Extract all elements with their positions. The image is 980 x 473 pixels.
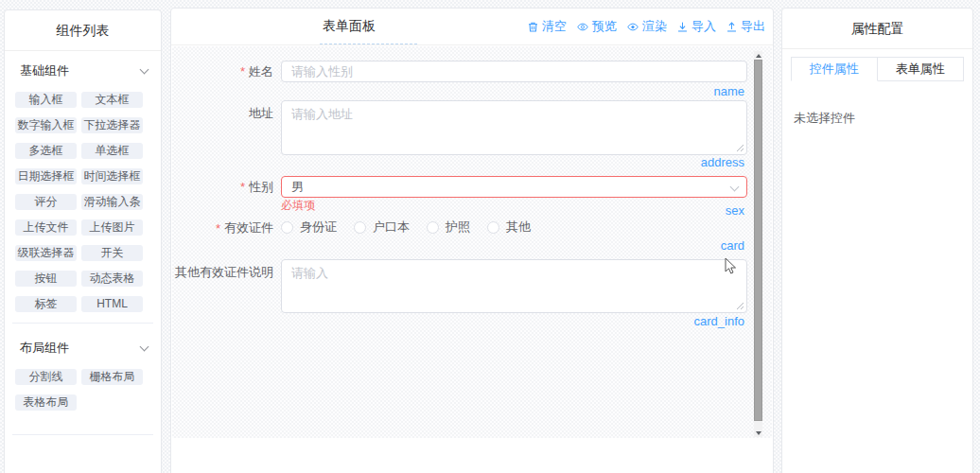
sidebar-divider — [12, 434, 153, 435]
download-icon — [676, 21, 689, 33]
component-item-cascader[interactable]: 级联选择器 — [15, 245, 77, 261]
tab-control-props[interactable]: 控件属性 — [791, 57, 878, 81]
radio-icon — [281, 221, 293, 234]
field-key-badge: card — [721, 238, 744, 253]
radio-icon — [427, 221, 439, 234]
eye-icon — [626, 21, 639, 33]
component-item-slider[interactable]: 滑动输入条 — [81, 194, 143, 210]
radio-option-idcard[interactable]: 身份证 — [281, 219, 337, 236]
no-control-selected-text: 未选择控件 — [794, 110, 972, 127]
sex-select[interactable]: 男 — [281, 176, 747, 198]
component-item-number[interactable]: 数字输入框 — [15, 117, 77, 133]
properties-title: 属性配置 — [782, 9, 972, 49]
radio-option-other[interactable]: 其他 — [487, 219, 531, 236]
radio-icon — [487, 221, 499, 234]
component-item-divider[interactable]: 分割线 — [15, 369, 77, 385]
triangle-up-icon — [756, 54, 761, 58]
component-item-input[interactable]: 输入框 — [15, 92, 77, 108]
form-canvas[interactable]: * 姓名 name 地址 address * 性别 — [172, 46, 772, 438]
required-mark: * — [240, 180, 245, 194]
component-list-panel: 组件列表 基础组件 输入框 文本框 数字输入框 下拉选择器 多选框 单选框 日期… — [4, 9, 162, 473]
form-field-card-info[interactable]: * 其他有效证件说明 — [172, 259, 747, 313]
field-key-badge: sex — [726, 203, 744, 218]
name-input[interactable] — [281, 61, 747, 82]
section-layout-components[interactable]: 布局组件 — [5, 339, 161, 358]
component-item-table-layout[interactable]: 表格布局 — [15, 394, 77, 411]
card-radio-group: 身份证 户口本 护照 其他 — [281, 219, 747, 235]
section-basic-label: 基础组件 — [20, 62, 69, 79]
form-panel-title: 表单面板 — [171, 18, 527, 35]
radio-icon — [354, 221, 366, 234]
component-item-date[interactable]: 日期选择框 — [15, 168, 77, 184]
component-item-checkbox[interactable]: 多选框 — [15, 143, 77, 159]
field-label: 地址 — [172, 100, 281, 155]
component-item-dynamic-table[interactable]: 动态表格 — [81, 271, 143, 287]
render-button[interactable]: 渲染 — [626, 18, 667, 35]
title-underline — [320, 44, 417, 44]
scroll-down-button[interactable] — [754, 429, 762, 437]
field-key-badge: address — [701, 155, 744, 169]
form-panel-header: 表单面板 清空 预览 渲染 导入 导出 — [171, 9, 773, 45]
tab-form-props[interactable]: 表单属性 — [878, 57, 964, 81]
component-item-html[interactable]: HTML — [81, 296, 143, 312]
required-mark: * — [240, 64, 245, 79]
scroll-up-button[interactable] — [754, 51, 762, 60]
import-button[interactable]: 导入 — [676, 18, 716, 35]
component-item-label[interactable]: 标签 — [15, 296, 77, 312]
component-item-upload-image[interactable]: 上传图片 — [81, 219, 143, 236]
radio-option-household[interactable]: 户口本 — [354, 219, 410, 236]
component-list-title: 组件列表 — [5, 10, 161, 51]
section-layout-label: 布局组件 — [20, 340, 69, 357]
chevron-down-icon — [140, 342, 149, 351]
field-key-badge: card_info — [694, 314, 744, 328]
field-key-badge: name — [713, 84, 744, 98]
scrollbar-thumb[interactable] — [754, 60, 762, 421]
validation-error-text: 必填项 — [281, 198, 315, 214]
form-field-name[interactable]: * 姓名 — [172, 61, 747, 82]
field-label: * 其他有效证件说明 — [172, 259, 281, 313]
basic-components-grid: 输入框 文本框 数字输入框 下拉选择器 多选框 单选框 日期选择框 时间选择框 … — [5, 92, 161, 312]
component-item-switch[interactable]: 开关 — [81, 245, 143, 261]
trash-icon — [527, 21, 539, 33]
form-panel: 表单面板 清空 预览 渲染 导入 导出 — [170, 8, 774, 473]
component-item-select[interactable]: 下拉选择器 — [81, 117, 143, 133]
upload-icon — [726, 21, 738, 33]
form-field-card[interactable]: * 有效证件 身份证 户口本 护照 — [172, 219, 747, 236]
export-button[interactable]: 导出 — [726, 18, 765, 35]
chevron-down-icon — [730, 183, 740, 192]
component-item-upload-file[interactable]: 上传文件 — [15, 219, 77, 236]
form-field-address[interactable]: 地址 — [172, 100, 747, 155]
chevron-down-icon — [140, 64, 149, 74]
preview-button[interactable]: 预览 — [576, 18, 617, 35]
form-builder-app: { "accent_color": "#409eff", "danger_col… — [0, 0, 980, 473]
eye-icon — [576, 21, 589, 33]
form-field-sex[interactable]: * 性别 男 — [172, 176, 747, 198]
field-label: * 性别 — [172, 176, 281, 198]
component-item-grid-layout[interactable]: 栅格布局 — [81, 369, 143, 385]
layout-components-grid: 分割线 栅格布局 表格布局 — [5, 369, 161, 411]
triangle-down-icon — [756, 431, 761, 435]
component-item-button[interactable]: 按钮 — [15, 271, 77, 287]
clear-button[interactable]: 清空 — [527, 18, 567, 35]
address-textarea[interactable] — [281, 100, 747, 155]
radio-option-passport[interactable]: 护照 — [427, 219, 470, 236]
component-item-time[interactable]: 时间选择框 — [81, 168, 143, 184]
form-toolbar: 清空 预览 渲染 导入 导出 — [527, 18, 765, 35]
sidebar-divider — [12, 323, 153, 324]
required-mark: * — [216, 221, 220, 236]
component-item-textarea[interactable]: 文本框 — [81, 92, 143, 108]
component-item-radio[interactable]: 单选框 — [81, 143, 143, 159]
field-label: * 有效证件 — [172, 219, 281, 236]
field-label: * 姓名 — [172, 61, 281, 82]
properties-panel: 属性配置 控件属性 表单属性 未选择控件 — [781, 8, 973, 473]
vertical-scrollbar[interactable] — [754, 51, 762, 437]
section-basic-components[interactable]: 基础组件 — [5, 61, 161, 80]
card-info-textarea[interactable] — [281, 259, 747, 313]
component-item-rate[interactable]: 评分 — [15, 194, 77, 210]
properties-tabs: 控件属性 表单属性 — [791, 57, 964, 81]
